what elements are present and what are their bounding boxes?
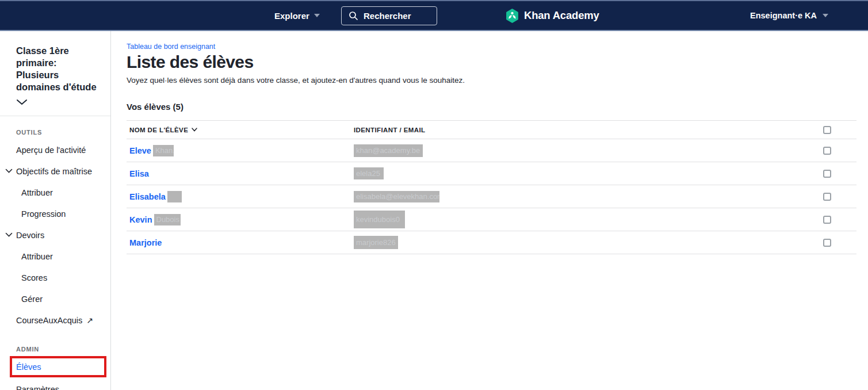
sidebar-item-progression[interactable]: Progression	[0, 203, 110, 224]
account-menu[interactable]: Enseignant·e KA	[750, 1, 828, 30]
redaction-mask: elisabela@elevekhan.com	[354, 191, 439, 202]
sort-chevron-icon[interactable]	[192, 128, 197, 132]
account-label: Enseignant·e KA	[750, 11, 817, 20]
page-title: Liste des élèves	[127, 52, 868, 72]
students-count-heading: Vos élèves (5)	[127, 102, 868, 112]
chevron-down-icon	[5, 169, 13, 173]
sidebar-item-gerer[interactable]: Gérer	[0, 288, 110, 309]
chevron-down-icon	[823, 14, 828, 17]
redaction-mask: elela25	[354, 167, 384, 179]
table-row: Elisabela elisabela@elevekhan.com	[127, 185, 856, 208]
search-placeholder: Rechercher	[364, 11, 411, 21]
sidebar-item-devoirs[interactable]: Devoirs	[0, 224, 110, 246]
select-all-checkbox[interactable]	[823, 126, 831, 134]
sidebar-item-scores[interactable]: Scores	[0, 267, 110, 288]
sidebar-item-courseauxacquis[interactable]: CourseAuxAcquis ↗	[0, 309, 110, 331]
student-name-link[interactable]: Kevin	[129, 215, 152, 224]
sidebar-item-attribuer-maitrise[interactable]: Attribuer	[0, 182, 110, 203]
table-row: Marjorie marjorie826	[127, 231, 856, 254]
chevron-down-icon	[16, 99, 99, 105]
sidebar-item-label: Devoirs	[16, 231, 44, 240]
sidebar-section-admin: ADMIN	[16, 346, 110, 353]
table-row: Eleve Khan. khan@academy.be	[127, 139, 856, 162]
brand-name: Khan Academy	[524, 9, 599, 22]
student-name-link[interactable]: Marjorie	[129, 238, 162, 247]
sidebar: Classe 1ère primaire: Plusieurs domaines…	[0, 31, 111, 390]
sidebar-item-eleves[interactable]: Élèves	[10, 356, 106, 377]
table-header-row: NOM DE L'ÉLÈVE IDENTIFIANT / EMAIL	[127, 121, 856, 139]
student-name-link[interactable]: Elisa	[129, 169, 149, 178]
khan-academy-logo[interactable]: Khan Academy	[505, 1, 599, 30]
search-input[interactable]: Rechercher	[341, 6, 437, 25]
students-table: NOM DE L'ÉLÈVE IDENTIFIANT / EMAIL Eleve…	[127, 120, 856, 254]
sidebar-item-label: Progression	[21, 209, 66, 219]
search-icon	[349, 11, 358, 21]
sidebar-item-label: Gérer	[21, 295, 43, 304]
student-name-link[interactable]: Elisabela	[129, 192, 166, 201]
student-name-link[interactable]: Eleve	[129, 146, 151, 155]
table-row: Elisa elela25	[127, 162, 856, 185]
khan-logo-icon	[505, 9, 519, 23]
main-content: Tableau de bord enseignant Liste des élè…	[111, 31, 868, 390]
sidebar-item-label: CourseAuxAcquis	[16, 316, 82, 325]
sidebar-item-apercu-activite[interactable]: Aperçu de l'activité	[0, 139, 110, 160]
chevron-down-icon	[314, 14, 320, 17]
sidebar-item-label: Aperçu de l'activité	[16, 146, 86, 155]
row-checkbox[interactable]	[823, 170, 831, 178]
row-checkbox[interactable]	[823, 193, 831, 201]
sidebar-section-outils: OUTILS	[16, 129, 110, 136]
redaction-mask: khan@academy.be	[354, 144, 423, 157]
class-selector[interactable]: Classe 1ère primaire: Plusieurs domaines…	[0, 31, 110, 116]
sidebar-item-label: Paramètres	[16, 385, 59, 390]
chevron-down-icon	[5, 232, 13, 237]
explore-label: Explorer	[274, 11, 309, 21]
page-subtitle: Voyez quel·les élèves sont déjà dans vot…	[127, 76, 868, 85]
redaction-mask: marjorie826	[354, 236, 398, 249]
column-header-name[interactable]: NOM DE L'ÉLÈVE	[129, 127, 188, 133]
sidebar-item-parametres[interactable]: Paramètres	[0, 378, 110, 390]
sidebar-item-label: Élèves	[16, 362, 41, 372]
redaction-mask: Khan.	[153, 145, 174, 156]
redaction-mask: kevindubois0	[354, 211, 405, 228]
row-checkbox[interactable]	[823, 216, 831, 224]
sidebar-item-objectifs-maitrise[interactable]: Objectifs de maîtrise	[0, 160, 110, 182]
sidebar-item-label: Objectifs de maîtrise	[16, 167, 92, 176]
top-navigation-bar: Explorer Rechercher Khan Academy Enseign…	[0, 0, 868, 31]
external-link-icon: ↗	[86, 316, 93, 325]
column-header-id-email: IDENTIFIANT / EMAIL	[354, 127, 426, 133]
sidebar-item-label: Attribuer	[21, 188, 53, 197]
redaction-mask: Dubois	[154, 214, 181, 225]
sidebar-item-attribuer-devoirs[interactable]: Attribuer	[0, 246, 110, 267]
class-title: Classe 1ère primaire: Plusieurs domaines…	[16, 45, 99, 93]
row-checkbox[interactable]	[823, 239, 831, 247]
sidebar-item-label: Attribuer	[21, 252, 53, 261]
row-checkbox[interactable]	[823, 147, 831, 155]
breadcrumb[interactable]: Tableau de bord enseignant	[127, 43, 868, 51]
redaction-mask	[167, 191, 182, 202]
sidebar-nav: Aperçu de l'activité Objectifs de maîtri…	[0, 139, 110, 331]
sidebar-item-label: Scores	[21, 273, 47, 282]
explore-menu[interactable]: Explorer	[274, 1, 320, 30]
table-row: Kevin Dubois kevindubois0	[127, 208, 856, 231]
